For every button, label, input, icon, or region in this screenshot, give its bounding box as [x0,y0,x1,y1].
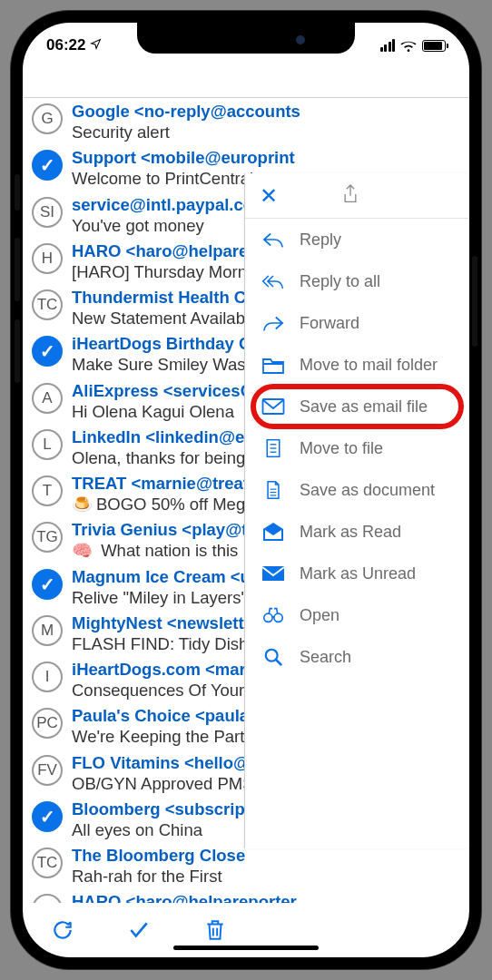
email-row[interactable]: GGoogle <no-reply@accountsSecurity alert [23,98,469,144]
menu-item-label: Mark as Unread [300,564,416,583]
battery-icon [422,40,446,52]
menu-item-label: Mark as Read [300,523,401,542]
menu-item-save-doc[interactable]: Save as document [245,469,469,511]
checkmark-avatar[interactable] [32,801,63,832]
email-sender: HARO <haro@helpareporter [72,891,458,903]
menu-item-save-email[interactable]: Save as email file [245,386,469,427]
wifi-icon [400,39,417,52]
refresh-button[interactable] [50,917,75,943]
menu-item-label: Save as document [300,481,435,500]
binoculars-icon [261,603,285,627]
menu-item-label: Open [300,606,339,625]
mail-closed-icon [261,562,285,585]
sender-avatar[interactable]: SI [32,197,63,228]
home-indicator [173,946,319,950]
file-icon [261,436,285,460]
menu-item-label: Search [300,648,351,667]
menu-item-reply-all[interactable]: Reply to all [245,260,469,302]
menu-item-mark-read[interactable]: Mark as Read [245,511,469,553]
sender-avatar[interactable]: TC [32,848,63,878]
sender-avatar[interactable]: M [32,615,63,646]
context-menu: ✕ ReplyReply to allForwardMove to mail f… [244,173,469,848]
svg-point-11 [266,650,278,662]
location-icon [90,38,102,53]
checkmark-button[interactable] [126,917,152,943]
checkmark-avatar[interactable] [32,150,63,181]
svg-point-10 [274,613,282,622]
envelope-icon [261,395,285,418]
checkmark-avatar[interactable] [32,569,63,600]
menu-item-mark-unread[interactable]: Mark as Unread [245,553,469,594]
cellular-signal-icon [380,39,396,52]
status-time: 06:22 [46,36,85,54]
sender-avatar[interactable]: H [32,243,63,274]
sender-avatar[interactable]: A [32,383,63,414]
sender-avatar[interactable]: L [32,429,63,460]
mail-open-icon [261,520,285,544]
sender-avatar[interactable]: FV [32,755,63,786]
sender-avatar[interactable]: G [32,103,63,134]
menu-item-move-mail[interactable]: Move to mail folder [245,344,469,386]
reply-all-icon [261,270,285,293]
svg-point-9 [264,613,272,622]
menu-item-label: Save as email file [300,397,428,416]
svg-line-12 [276,660,281,665]
menu-item-label: Reply to all [300,272,380,291]
sender-avatar[interactable]: TG [32,522,63,553]
email-subject: Security alert [72,122,458,142]
email-row[interactable]: HHARO <haro@helpareporter [23,888,469,903]
sender-avatar[interactable]: TC [32,289,63,320]
sender-avatar[interactable]: H [32,894,63,903]
email-row[interactable]: TCThe Bloomberg CloseRah-rah for the Fir… [23,842,469,888]
close-icon[interactable]: ✕ [260,183,278,209]
menu-item-search[interactable]: Search [245,636,469,678]
menu-item-open[interactable]: Open [245,594,469,636]
menu-item-label: Reply [300,230,341,250]
checkmark-avatar[interactable] [32,336,63,367]
menu-item-forward[interactable]: Forward [245,302,469,344]
sender-avatar[interactable]: PC [32,708,63,739]
search-icon [261,645,285,669]
folder-icon [261,353,285,377]
svg-rect-8 [262,566,284,581]
email-sender: Support <mobile@europrint [72,147,458,168]
sender-avatar[interactable]: T [32,475,63,506]
reply-icon [261,228,285,251]
page-icon [261,478,285,502]
trash-button[interactable] [202,917,228,943]
menu-item-label: Move to mail folder [300,356,438,375]
sender-avatar[interactable]: I [32,662,63,692]
menu-item-move-file[interactable]: Move to file [245,427,469,469]
menu-item-reply[interactable]: Reply [245,219,469,260]
share-icon[interactable] [341,183,359,209]
forward-icon [261,311,285,335]
email-subject: Rah-rah for the First [72,866,458,887]
email-sender: Google <no-reply@accounts [72,101,458,122]
menu-item-label: Forward [300,314,359,333]
menu-item-label: Move to file [300,439,383,458]
